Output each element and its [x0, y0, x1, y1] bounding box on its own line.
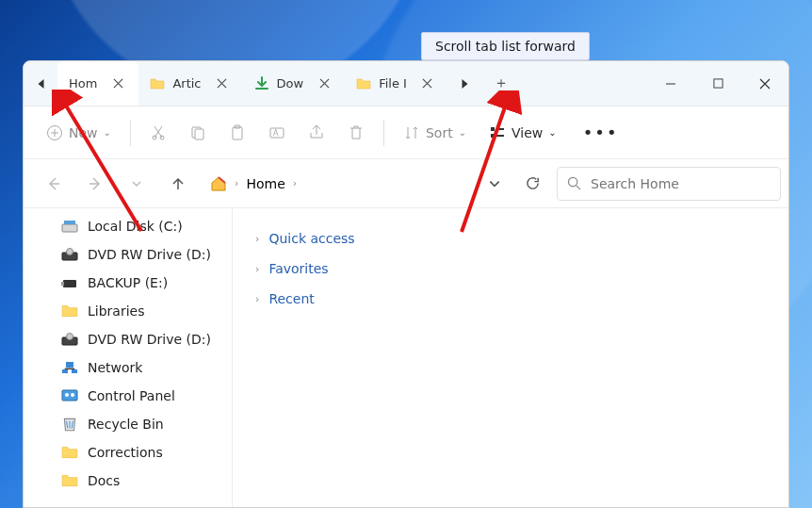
- tab-label: Artic: [172, 76, 201, 90]
- new-button[interactable]: New ⌄: [37, 117, 121, 149]
- sidebar-label: BACKUP (E:): [88, 275, 168, 290]
- svg-text:A: A: [273, 129, 279, 138]
- search-box[interactable]: [557, 167, 781, 201]
- tab-close-button[interactable]: [414, 71, 441, 97]
- sort-button[interactable]: Sort ⌄: [394, 117, 476, 149]
- svg-rect-24: [62, 390, 77, 401]
- tab-strip: Hom Artic Dow File I: [57, 61, 448, 106]
- triangle-left-icon: [37, 78, 45, 90]
- sidebar-item-local-disk[interactable]: Local Disk (C:): [24, 212, 232, 240]
- navigation-pane[interactable]: Local Disk (C:) DVD RW Drive (D:) BACKUP…: [24, 208, 233, 507]
- sidebar-label: Libraries: [88, 303, 144, 319]
- folder-icon: [61, 303, 78, 320]
- copy-button[interactable]: [180, 117, 216, 149]
- close-icon: [113, 78, 123, 89]
- folder-icon: [61, 444, 78, 461]
- more-options-button[interactable]: •••: [574, 115, 628, 150]
- close-icon: [759, 78, 771, 90]
- svg-rect-0: [713, 79, 722, 88]
- nav-back-button[interactable]: [37, 167, 71, 201]
- delete-button[interactable]: [338, 117, 374, 149]
- tab-close-button[interactable]: [105, 71, 131, 97]
- search-input[interactable]: [591, 176, 771, 191]
- sidebar-item-libraries[interactable]: Libraries: [24, 297, 232, 325]
- share-button[interactable]: [299, 117, 334, 149]
- sidebar-item-recycle-bin[interactable]: Recycle Bin: [24, 410, 232, 438]
- view-label: View: [512, 125, 543, 140]
- sidebar-item-control-panel[interactable]: Control Panel: [24, 382, 232, 410]
- dvd-icon: [61, 246, 78, 263]
- tab-downloads[interactable]: Dow: [243, 61, 346, 106]
- content-pane[interactable]: ›Quick access ›Favorites ›Recent: [233, 208, 788, 507]
- svg-rect-11: [491, 134, 495, 138]
- tab-file[interactable]: File I: [345, 61, 448, 106]
- cut-button[interactable]: [140, 117, 176, 149]
- svg-rect-23: [72, 369, 77, 373]
- sidebar-item-docs[interactable]: Docs: [24, 467, 232, 495]
- svg-point-20: [67, 334, 73, 340]
- close-icon: [319, 78, 330, 89]
- maximize-button[interactable]: [694, 61, 741, 107]
- sidebar-item-corrections[interactable]: Corrections: [24, 438, 232, 467]
- scroll-forward-tooltip: Scroll tab list forward: [421, 32, 590, 60]
- tab-close-button[interactable]: [311, 71, 337, 97]
- tab-home[interactable]: Hom: [57, 61, 138, 106]
- share-icon: [308, 124, 325, 141]
- sidebar-label: Local Disk (C:): [88, 219, 183, 234]
- svg-rect-13: [62, 224, 77, 232]
- svg-rect-10: [491, 127, 495, 131]
- svg-rect-5: [195, 129, 203, 139]
- section-label: Recent: [268, 291, 314, 306]
- chevron-right-icon: ›: [255, 293, 259, 305]
- sidebar-item-dvd-2[interactable]: DVD RW Drive (D:): [24, 325, 232, 353]
- sort-icon: [403, 124, 420, 141]
- folder-icon: [356, 76, 371, 91]
- chevron-right-icon: ›: [235, 177, 238, 189]
- home-icon: [210, 175, 227, 192]
- sort-label: Sort: [426, 125, 453, 140]
- search-icon: [567, 176, 581, 190]
- scroll-tabs-back-button[interactable]: [24, 61, 57, 107]
- triangle-right-icon: [461, 78, 469, 90]
- svg-rect-18: [61, 282, 64, 286]
- tab-label: Hom: [69, 76, 97, 90]
- minimize-button[interactable]: [647, 61, 694, 107]
- nav-forward-button[interactable]: [78, 167, 112, 201]
- tab-articles[interactable]: Artic: [138, 61, 242, 106]
- rename-button[interactable]: A: [259, 117, 295, 149]
- nav-up-button[interactable]: [161, 167, 195, 201]
- tab-label: File I: [379, 76, 407, 90]
- nav-recent-button[interactable]: [120, 167, 154, 201]
- recycle-bin-icon: [61, 416, 78, 433]
- svg-point-12: [568, 177, 577, 186]
- sidebar-item-backup[interactable]: BACKUP (E:): [24, 269, 232, 297]
- section-favorites[interactable]: ›Favorites: [252, 254, 770, 284]
- chevron-down-icon: [488, 177, 501, 190]
- arrow-right-icon: [87, 175, 104, 192]
- divider: [383, 120, 384, 146]
- tab-label: Dow: [277, 76, 304, 90]
- file-explorer-window: Hom Artic Dow File I ＋: [23, 60, 789, 508]
- breadcrumb-segment[interactable]: Home: [246, 176, 284, 191]
- download-icon: [254, 76, 269, 91]
- folder-icon: [61, 472, 78, 489]
- ellipsis-icon: •••: [583, 123, 619, 142]
- sidebar-item-network[interactable]: Network: [24, 353, 232, 382]
- chevron-right-icon: ›: [293, 177, 297, 189]
- section-quick-access[interactable]: ›Quick access: [252, 223, 770, 254]
- section-recent[interactable]: ›Recent: [252, 284, 770, 314]
- scroll-tabs-forward-button[interactable]: [448, 61, 482, 107]
- refresh-button[interactable]: [515, 167, 549, 201]
- divider: [130, 120, 131, 146]
- breadcrumb-bar[interactable]: › Home ›: [203, 167, 470, 201]
- sidebar-item-dvd[interactable]: DVD RW Drive (D:): [24, 240, 232, 269]
- svg-point-25: [65, 393, 69, 397]
- close-window-button[interactable]: [741, 61, 788, 107]
- view-button[interactable]: View ⌄: [479, 117, 566, 149]
- new-tab-button[interactable]: ＋: [482, 61, 520, 107]
- svg-rect-22: [62, 369, 68, 373]
- history-dropdown-button[interactable]: [478, 167, 512, 201]
- chevron-down-icon: ⌄: [104, 127, 111, 138]
- tab-close-button[interactable]: [209, 71, 235, 97]
- paste-button[interactable]: [219, 117, 255, 149]
